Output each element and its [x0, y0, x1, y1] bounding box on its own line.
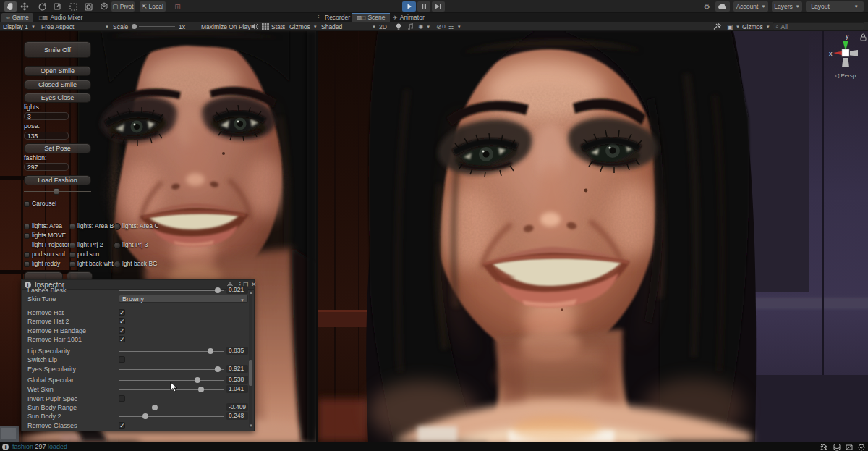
- svg-text:x: x: [829, 50, 833, 57]
- svg-text:y: y: [846, 33, 849, 40]
- svg-text:◁ Persp: ◁ Persp: [834, 72, 856, 79]
